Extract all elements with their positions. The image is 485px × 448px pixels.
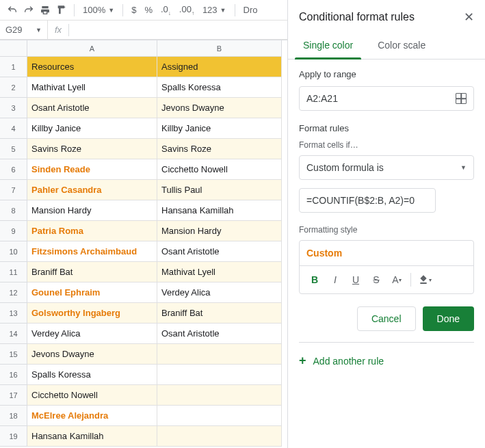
- add-another-rule[interactable]: + Add another rule: [299, 343, 474, 379]
- select-range-icon[interactable]: [456, 93, 467, 104]
- row-header[interactable]: 14: [0, 324, 27, 344]
- row-header[interactable]: 4: [0, 118, 27, 139]
- cell[interactable]: Spalls Koressa: [157, 77, 282, 98]
- cell[interactable]: Mansion Hardy: [27, 200, 157, 221]
- row-header[interactable]: 17: [0, 385, 27, 406]
- fill-color-button[interactable]: ▾: [415, 270, 434, 289]
- cell[interactable]: Killby Janice: [27, 118, 157, 139]
- cell[interactable]: Verdey Alica: [157, 282, 282, 303]
- range-value: A2:A21: [306, 93, 338, 104]
- close-icon[interactable]: ✕: [464, 10, 474, 25]
- cell[interactable]: [157, 426, 282, 447]
- row-header[interactable]: 7: [0, 180, 27, 200]
- condition-select[interactable]: Custom formula is ▼: [299, 155, 474, 180]
- increase-decimal[interactable]: .00↑: [176, 4, 197, 16]
- cell[interactable]: Cicchetto Nowell: [157, 159, 282, 180]
- strike-button[interactable]: S: [367, 270, 386, 289]
- cell[interactable]: Osant Aristotle: [157, 324, 282, 344]
- chevron-down-icon: ▼: [460, 164, 467, 171]
- cancel-button[interactable]: Cancel: [357, 306, 416, 331]
- cell[interactable]: Osant Aristotle: [157, 241, 282, 262]
- cell[interactable]: Braniff Bat: [27, 262, 157, 282]
- cell[interactable]: McElree Alejandra: [27, 406, 157, 426]
- row-header[interactable]: 8: [0, 200, 27, 221]
- tab-color-scale[interactable]: Color scale: [373, 31, 430, 59]
- select-all-corner[interactable]: [0, 40, 27, 57]
- cell[interactable]: Hansana Kamillah: [27, 426, 157, 447]
- cell[interactable]: [157, 385, 282, 406]
- row-header[interactable]: 15: [0, 344, 27, 365]
- format-percent[interactable]: %: [142, 5, 155, 15]
- fx-label: fx: [48, 25, 68, 35]
- underline-button[interactable]: U: [346, 270, 365, 289]
- cell[interactable]: Golsworthy Ingaberg: [27, 303, 157, 324]
- cell[interactable]: Mathivat Lyell: [27, 77, 157, 98]
- row-header[interactable]: 11: [0, 262, 27, 282]
- panel-tabs: Single color Color scale: [288, 31, 485, 60]
- row-header[interactable]: 19: [0, 426, 27, 447]
- cell[interactable]: Verdey Alica: [27, 324, 157, 344]
- cell[interactable]: Tullis Paul: [157, 180, 282, 200]
- cell[interactable]: Gounel Ephraim: [27, 282, 157, 303]
- zoom-value: 100%: [83, 5, 105, 15]
- bold-button[interactable]: B: [305, 270, 324, 289]
- number-format-select[interactable]: 123 ▼: [200, 5, 229, 15]
- row-header[interactable]: 10: [0, 241, 27, 262]
- italic-button[interactable]: I: [326, 270, 345, 289]
- text-color-button[interactable]: A ▾: [387, 270, 406, 289]
- cell[interactable]: Mansion Hardy: [157, 221, 282, 241]
- cell[interactable]: Braniff Bat: [157, 303, 282, 324]
- tab-single-color[interactable]: Single color: [299, 31, 357, 59]
- cell[interactable]: Savins Roze: [157, 139, 282, 159]
- style-toolbar: B I U S A ▾ ▾: [300, 266, 473, 293]
- cell[interactable]: Pahler Casandra: [27, 180, 157, 200]
- cell[interactable]: Mathivat Lyell: [157, 262, 282, 282]
- row-header[interactable]: 16: [0, 365, 27, 385]
- chevron-down-icon: ▼: [36, 27, 42, 34]
- undo-icon[interactable]: [5, 3, 19, 17]
- cell[interactable]: [157, 344, 282, 365]
- row-header[interactable]: 1: [0, 57, 27, 77]
- cell[interactable]: Hansana Kamillah: [157, 200, 282, 221]
- row-header[interactable]: 13: [0, 303, 27, 324]
- row-header[interactable]: 9: [0, 221, 27, 241]
- column-header[interactable]: A: [27, 40, 157, 57]
- cell[interactable]: Assigned: [157, 57, 282, 77]
- cell[interactable]: Resources: [27, 57, 157, 77]
- formula-field[interactable]: =COUNTIF(B$2:B, A2)=0: [299, 188, 436, 213]
- condition-value: Custom formula is: [306, 162, 384, 173]
- cell[interactable]: [157, 365, 282, 385]
- format-currency[interactable]: $: [129, 5, 139, 15]
- cell[interactable]: Patria Roma: [27, 221, 157, 241]
- cell[interactable]: Cicchetto Nowell: [27, 385, 157, 406]
- name-box[interactable]: G29 ▼: [0, 21, 48, 39]
- cell[interactable]: [157, 406, 282, 426]
- formatting-style-label: Formatting style: [299, 225, 474, 235]
- cell[interactable]: Sinden Reade: [27, 159, 157, 180]
- cell[interactable]: Fitzsimons Archaimbaud: [27, 241, 157, 262]
- range-field[interactable]: A2:A21: [299, 86, 474, 111]
- separator: [122, 4, 123, 16]
- zoom-select[interactable]: 100% ▼: [80, 5, 117, 15]
- cell[interactable]: Osant Aristotle: [27, 98, 157, 118]
- cell[interactable]: Spalls Koressa: [27, 365, 157, 385]
- row-header[interactable]: 5: [0, 139, 27, 159]
- row-header[interactable]: 2: [0, 77, 27, 98]
- row-header[interactable]: 12: [0, 282, 27, 303]
- cell[interactable]: Savins Roze: [27, 139, 157, 159]
- row-header[interactable]: 3: [0, 98, 27, 118]
- cell[interactable]: Jevons Dwayne: [157, 98, 282, 118]
- font-select[interactable]: Dro: [241, 5, 261, 15]
- column-header[interactable]: B: [157, 40, 282, 57]
- cell[interactable]: Killby Janice: [157, 118, 282, 139]
- spreadsheet: AB1ResourcesAssigned2Mathivat LyellSpall…: [0, 40, 287, 448]
- conditional-format-panel: Conditional format rules ✕ Single color …: [287, 0, 485, 448]
- print-icon[interactable]: [38, 3, 52, 17]
- cell[interactable]: Jevons Dwayne: [27, 344, 157, 365]
- row-header[interactable]: 18: [0, 406, 27, 426]
- redo-icon[interactable]: [22, 3, 36, 17]
- row-header[interactable]: 6: [0, 159, 27, 180]
- paint-format-icon[interactable]: [55, 3, 68, 17]
- decrease-decimal[interactable]: .0↓: [158, 4, 174, 16]
- done-button[interactable]: Done: [423, 306, 474, 331]
